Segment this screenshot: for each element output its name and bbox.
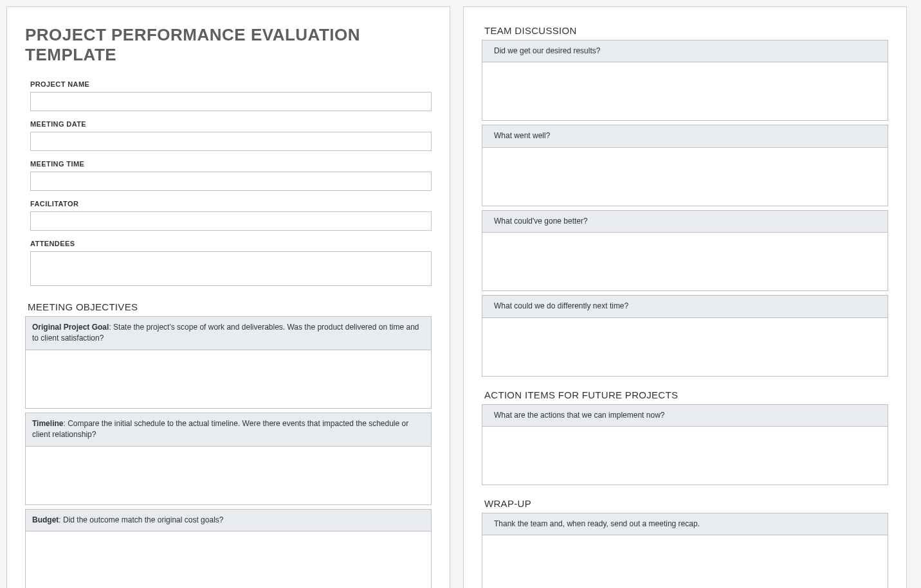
action-implement: What are the actions that we can impleme… [482,404,888,485]
discussion-well-prompt: What went well? [482,125,888,147]
objective-timeline-text: : Compare the initial schedule to the ac… [32,419,408,439]
field-project-name: PROJECT NAME [30,80,432,111]
objective-timeline-bold: Timeline [32,419,63,428]
field-facilitator: FACILITATOR [30,200,432,231]
field-meeting-time: MEETING TIME [30,160,432,191]
discussion-better: What could've gone better? [482,210,888,291]
input-meeting-date[interactable] [30,132,432,151]
wrapup-response[interactable] [482,535,888,588]
objective-timeline-response[interactable] [26,447,431,504]
discussion-results: Did we get our desired results? [482,40,888,121]
page-1: PROJECT PERFORMANCE EVALUATION TEMPLATE … [6,6,450,588]
action-implement-prompt: What are the actions that we can impleme… [482,405,888,427]
label-attendees: ATTENDEES [30,240,432,247]
label-facilitator: FACILITATOR [30,200,432,208]
heading-action-items: ACTION ITEMS FOR FUTURE PROJECTS [484,389,888,400]
input-facilitator[interactable] [30,211,432,231]
objective-budget: Budget: Did the outcome match the origin… [25,509,432,588]
wrapup-block: Thank the team and, when ready, send out… [482,513,888,588]
heading-wrap-up: WRAP-UP [484,498,888,509]
wrapup-prompt: Thank the team and, when ready, send out… [482,513,888,535]
discussion-results-response[interactable] [482,62,888,120]
discussion-better-response[interactable] [482,233,888,290]
objective-budget-response[interactable] [26,531,431,588]
objective-budget-prompt: Budget: Did the outcome match the origin… [26,510,431,531]
main-title: PROJECT PERFORMANCE EVALUATION TEMPLATE [25,25,432,65]
field-attendees: ATTENDEES [30,240,432,289]
objective-timeline-prompt: Timeline: Compare the initial schedule t… [26,413,431,447]
objective-timeline: Timeline: Compare the initial schedule t… [25,413,432,505]
action-implement-response[interactable] [482,427,888,485]
label-meeting-time: MEETING TIME [30,160,432,168]
objective-budget-text: : Did the outcome match the original cos… [59,515,223,524]
input-project-name[interactable] [30,92,432,111]
page-2: TEAM DISCUSSION Did we get our desired r… [463,6,907,588]
heading-meeting-objectives: MEETING OBJECTIVES [28,301,432,312]
objective-goal-bold: Original Project Goal [32,323,109,332]
heading-team-discussion: TEAM DISCUSSION [484,25,888,36]
discussion-differently-response[interactable] [482,318,888,376]
input-attendees[interactable] [30,251,432,286]
discussion-well: What went well? [482,125,888,206]
discussion-results-prompt: Did we get our desired results? [482,40,888,62]
input-meeting-time[interactable] [30,172,432,191]
field-meeting-date: MEETING DATE [30,120,432,151]
discussion-differently: What could we do differently next time? [482,295,888,376]
objective-goal: Original Project Goal: State the project… [25,316,432,409]
discussion-better-prompt: What could've gone better? [482,211,888,233]
objective-budget-bold: Budget [32,515,59,524]
discussion-well-response[interactable] [482,148,888,206]
objective-goal-prompt: Original Project Goal: State the project… [26,317,431,350]
label-project-name: PROJECT NAME [30,80,432,88]
label-meeting-date: MEETING DATE [30,120,432,128]
discussion-differently-prompt: What could we do differently next time? [482,296,888,317]
objective-goal-response[interactable] [26,350,431,408]
